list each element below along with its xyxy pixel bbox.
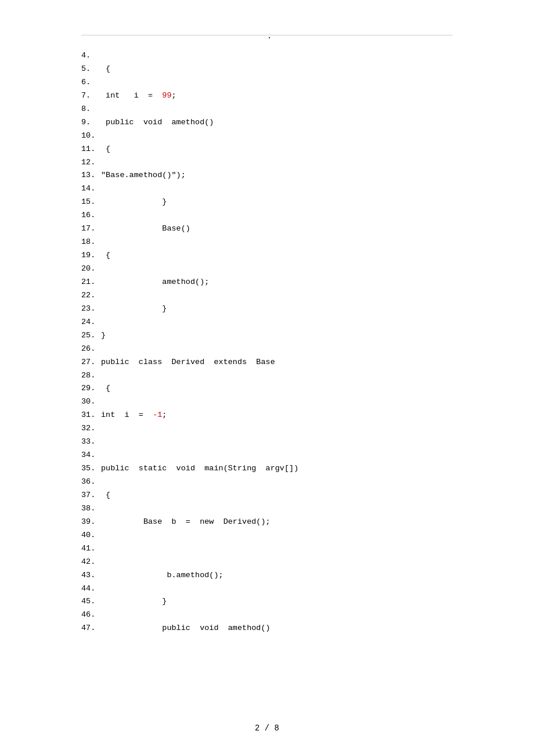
- code-text: {: [101, 249, 110, 262]
- line-number: 34.: [81, 449, 99, 462]
- page-footer: 2 / 8: [0, 723, 534, 733]
- line-number: 22.: [81, 289, 99, 303]
- code-line: 29. {: [81, 382, 476, 395]
- code-text: Base(): [101, 222, 190, 236]
- code-line: 13."Base.amethod()");: [81, 169, 476, 182]
- code-line: 41.: [81, 542, 476, 556]
- code-line: 19. {: [81, 249, 476, 262]
- line-number: 39.: [81, 516, 99, 529]
- code-line: 46.: [81, 609, 476, 622]
- line-number: 23.: [81, 303, 99, 316]
- line-number: 6.: [81, 76, 99, 89]
- line-number: 19.: [81, 249, 99, 262]
- line-number: 33.: [81, 435, 99, 449]
- code-text: int i =: [101, 409, 153, 422]
- line-number: 12.: [81, 156, 99, 170]
- code-line: 38.: [81, 502, 476, 516]
- code-line: 36.: [81, 476, 476, 489]
- line-number: 35.: [81, 462, 99, 476]
- line-number: 13.: [81, 169, 99, 182]
- code-line: 47. public void amethod(): [81, 622, 476, 635]
- code-line: 5. {: [81, 63, 476, 76]
- line-number: 8.: [81, 103, 99, 116]
- code-line: 11. {: [81, 143, 476, 156]
- code-line: 32.: [81, 422, 476, 435]
- code-line: 18.: [81, 236, 476, 249]
- code-line: 35.public static void main(String argv[]…: [81, 462, 476, 476]
- code-line: 23. }: [81, 303, 476, 316]
- code-line: 40.: [81, 529, 476, 542]
- code-area: 4.5. {6.7. int i = 99;8.9. public void a…: [81, 49, 476, 635]
- code-text: {: [101, 143, 110, 156]
- line-number: 15.: [81, 196, 99, 209]
- line-number: 9.: [81, 116, 99, 129]
- code-text: public static void main(String argv[]): [101, 462, 298, 476]
- line-number: 36.: [81, 476, 99, 489]
- line-number: 26.: [81, 343, 99, 356]
- code-line: 22.: [81, 289, 476, 303]
- line-number: 24.: [81, 316, 99, 329]
- line-number: 27.: [81, 356, 99, 369]
- code-text: }: [101, 196, 167, 209]
- code-text: {: [101, 63, 110, 76]
- code-line: 7. int i = 99;: [81, 89, 476, 103]
- line-number: 43.: [81, 569, 99, 582]
- line-number: 30.: [81, 395, 99, 409]
- code-text: {: [101, 489, 110, 502]
- line-number: 11.: [81, 143, 99, 156]
- code-line: 34.: [81, 449, 476, 462]
- code-line: 16.: [81, 209, 476, 222]
- code-line: 4.: [81, 49, 476, 63]
- line-number: 47.: [81, 622, 99, 635]
- code-line: 8.: [81, 103, 476, 116]
- code-line: 9. public void amethod(): [81, 116, 476, 129]
- line-number: 31.: [81, 409, 99, 422]
- line-number: 46.: [81, 609, 99, 622]
- code-text: public void amethod(): [101, 116, 214, 129]
- code-text: int i =: [101, 89, 162, 103]
- code-line: 42.: [81, 556, 476, 569]
- code-line: 25.}: [81, 329, 476, 343]
- line-number: 41.: [81, 542, 99, 556]
- code-text: ;: [172, 89, 176, 103]
- code-line: 6.: [81, 76, 476, 89]
- line-number: 4.: [81, 49, 99, 63]
- dot-marker: .: [267, 31, 272, 41]
- line-number: 20.: [81, 262, 99, 276]
- code-text: }: [101, 303, 167, 316]
- code-line: 37. {: [81, 489, 476, 502]
- line-number: 45.: [81, 595, 99, 609]
- code-line: 21. amethod();: [81, 276, 476, 289]
- line-number: 14.: [81, 182, 99, 196]
- line-number: 25.: [81, 329, 99, 343]
- code-line: 33.: [81, 435, 476, 449]
- page-container: . 4.5. {6.7. int i = 99;8.9. public void…: [0, 0, 534, 756]
- code-line: 44.: [81, 582, 476, 596]
- code-line: 31.int i = -1;: [81, 409, 476, 422]
- line-number: 42.: [81, 556, 99, 569]
- code-text: }: [101, 329, 106, 343]
- code-text: "Base.amethod()");: [101, 169, 186, 182]
- line-number: 18.: [81, 236, 99, 249]
- line-number: 37.: [81, 489, 99, 502]
- code-line: 30.: [81, 395, 476, 409]
- code-line: 26.: [81, 343, 476, 356]
- code-line: 28.: [81, 369, 476, 383]
- line-number: 10.: [81, 129, 99, 143]
- code-text: }: [101, 595, 167, 609]
- code-line: 17. Base(): [81, 222, 476, 236]
- code-line: 14.: [81, 182, 476, 196]
- line-number: 21.: [81, 276, 99, 289]
- line-number: 32.: [81, 422, 99, 435]
- highlighted-value: 99: [162, 89, 171, 103]
- code-line: 10.: [81, 129, 476, 143]
- line-number: 40.: [81, 529, 99, 542]
- code-text: public void amethod(): [101, 622, 270, 635]
- line-number: 7.: [81, 89, 99, 103]
- code-line: 43. b.amethod();: [81, 569, 476, 582]
- highlighted-value: -1: [153, 409, 162, 422]
- code-line: 27.public class Derived extends Base: [81, 356, 476, 369]
- code-line: 39. Base b = new Derived();: [81, 516, 476, 529]
- line-number: 28.: [81, 369, 99, 383]
- code-text: Base b = new Derived();: [101, 516, 270, 529]
